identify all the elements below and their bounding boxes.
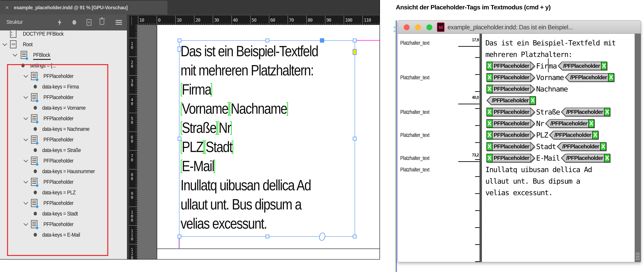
tag-x-badge: X xyxy=(486,119,492,128)
frame-handle-bottom-right[interactable] xyxy=(353,235,356,238)
open-tag-pill[interactable]: XPFPlaceholder xyxy=(486,131,535,139)
tree-element-row[interactable]: DOCTYPE PFBlock xyxy=(0,30,127,39)
tree-element-row[interactable]: PFPlaceholder xyxy=(0,92,127,102)
tree-attribute-row[interactable]: data-keys = PLZ xyxy=(0,187,127,198)
open-tag-pill[interactable]: XPFPlaceholder xyxy=(486,142,535,151)
paragraph-style-label: Platzhalter_text xyxy=(400,132,430,138)
minimize-button[interactable] xyxy=(415,24,421,30)
frame-handle-yellow[interactable] xyxy=(353,49,357,55)
document-text-segment: Stadt xyxy=(206,139,232,155)
close-tag-pill[interactable]: /PFPlaceholderX xyxy=(486,96,536,105)
document-tab[interactable]: × example_placeholder.indd @ 91 % [GPU-V… xyxy=(0,1,168,15)
open-tag-pill[interactable]: XPFPlaceholder xyxy=(486,119,535,128)
story-text-line: /PFPlaceholderX xyxy=(485,95,537,106)
close-tag-pill[interactable]: /PFPlaceholderX xyxy=(557,142,606,151)
story-editor-content[interactable]: Platzhalter_textPlatzhalter_textPlatzhal… xyxy=(398,34,641,262)
open-tag-pill[interactable]: XPFPlaceholder xyxy=(486,154,535,162)
frame-handle-mid-right[interactable] xyxy=(353,137,356,141)
add-box-icon[interactable]: + xyxy=(86,19,92,26)
depth-marker-value: 73,2 xyxy=(461,153,479,158)
tree-attribute-row[interactable]: settings = {... xyxy=(0,60,127,71)
tag-arrow-icon xyxy=(531,85,535,93)
story-text-segment: E-Mail xyxy=(536,154,560,162)
tree-attribute-row[interactable]: data-keys = Firma xyxy=(0,82,127,92)
chevron-down-icon[interactable] xyxy=(24,73,28,78)
tree-element-row[interactable]: <>Root xyxy=(0,39,127,49)
blue-diamond-badge xyxy=(36,78,38,81)
close-tag-pill[interactable]: /PFPlaceholderX xyxy=(545,119,594,128)
chevron-down-icon[interactable] xyxy=(24,158,28,162)
panel-splitter[interactable] xyxy=(127,15,129,259)
chevron-down-icon[interactable] xyxy=(24,137,28,141)
lightning-icon[interactable] xyxy=(56,19,63,26)
tree-element-row[interactable]: PFPlaceholder xyxy=(0,156,127,166)
tree-attribute-row[interactable]: data-keys = Stadt xyxy=(0,209,127,219)
document-text-line: PLZStadt xyxy=(180,137,234,157)
tree-attribute-row[interactable]: data-keys = E-Mail xyxy=(0,230,127,240)
chevron-down-icon[interactable] xyxy=(13,52,17,57)
tree-element-row[interactable]: PFPlaceholder xyxy=(0,71,127,81)
open-tag-pill[interactable]: XPFPlaceholder xyxy=(486,62,535,70)
chevron-down-icon[interactable] xyxy=(24,200,28,205)
tree-attribute-row[interactable]: data-keys = Hausnummer xyxy=(0,166,127,176)
chevron-down-icon[interactable] xyxy=(24,179,28,184)
chevron-down-icon[interactable] xyxy=(24,221,28,226)
tag-name-label: PFPlaceholder xyxy=(492,131,531,139)
splitter-dots xyxy=(131,17,132,25)
frame-handle-mid-left[interactable] xyxy=(178,137,181,141)
dot-icon[interactable] xyxy=(71,19,78,26)
tag-arrow-icon xyxy=(531,73,535,82)
tag-x-badge: X xyxy=(600,142,606,151)
chevron-down-icon[interactable] xyxy=(24,115,28,120)
close-tag-pill[interactable]: /PFPlaceholderX xyxy=(558,62,607,70)
tree-attribute-row[interactable]: data-keys = Nachname xyxy=(0,124,127,134)
text-frame[interactable]: Das ist ein Beispiel-Textfeldmit mehrere… xyxy=(179,40,355,237)
frame-handle-bottom-left[interactable] xyxy=(178,235,181,238)
frame-handle-top-left[interactable] xyxy=(178,39,181,42)
frame-handle-solid[interactable] xyxy=(320,38,324,43)
chevron-down-icon[interactable] xyxy=(2,41,7,46)
story-editor-titlebar[interactable]: Id example_placeholder.indd: Das ist ein… xyxy=(398,21,641,34)
frame-handle-top-right[interactable] xyxy=(353,39,356,42)
tree-element-row[interactable]: PFPlaceholder xyxy=(0,177,127,187)
story-text-line: XPFPlaceholderVorname/PFPlaceholderX xyxy=(485,72,615,83)
depth-tick xyxy=(475,57,480,58)
tree-item-label: data-keys = Firma xyxy=(42,84,79,90)
tree-element-row[interactable]: PFPlaceholder xyxy=(0,219,127,229)
frame-in-port[interactable] xyxy=(178,47,181,52)
document-text-line: Firma xyxy=(180,80,212,99)
tree-element-row[interactable]: PFPlaceholder xyxy=(0,134,127,145)
tree-element-row[interactable]: PFBlock xyxy=(0,50,127,60)
frame-out-port[interactable] xyxy=(318,232,326,241)
close-tag-pill[interactable]: /PFPlaceholderX xyxy=(561,108,610,116)
blue-diamond-badge xyxy=(36,99,38,102)
story-text-line: XPFPlaceholderNachname xyxy=(485,83,568,95)
zoom-button[interactable] xyxy=(426,24,432,30)
tree-attribute-row[interactable]: data-keys = Vorname xyxy=(0,103,127,113)
structure-tree: DOCTYPE PFBlock<>RootPFBlocksettings = {… xyxy=(0,30,127,259)
tree-element-row[interactable]: PFPlaceholder xyxy=(0,198,127,208)
close-icon[interactable]: × xyxy=(5,5,9,11)
close-tag-pill[interactable]: /PFPlaceholderX xyxy=(565,73,614,82)
tree-attribute-row[interactable]: data-keys = Straße xyxy=(0,145,127,155)
open-tag-pill[interactable]: XPFPlaceholder xyxy=(486,73,535,82)
chevron-down-icon[interactable] xyxy=(24,94,28,99)
frame-handle-bottom-mid[interactable] xyxy=(266,235,269,238)
open-tag-pill[interactable]: XPFPlaceholder xyxy=(486,85,535,93)
panel-menu-icon[interactable] xyxy=(115,19,122,26)
tree-item-label: data-keys = PLZ xyxy=(42,190,76,196)
scrollbar[interactable] xyxy=(635,34,641,262)
page-bottom-edge xyxy=(157,248,380,249)
element-icon xyxy=(31,199,38,207)
close-tag-pill[interactable]: /PFPlaceholderX xyxy=(561,154,610,162)
story-editor-title: example_placeholder.indd: Das ist ein Be… xyxy=(448,24,573,31)
horizontal-ruler: 100102030405060708090100110120 xyxy=(137,16,380,25)
tag-name-label: PFPlaceholder xyxy=(492,73,531,82)
trash-icon[interactable] xyxy=(98,19,106,26)
close-tag-pill[interactable]: /PFPlaceholderX xyxy=(549,131,598,139)
frame-handle-top-mid[interactable] xyxy=(266,39,269,42)
tree-element-row[interactable]: PFPlaceholder xyxy=(0,113,127,123)
open-tag-pill[interactable]: XPFPlaceholder xyxy=(486,108,535,116)
close-button[interactable] xyxy=(404,24,410,30)
ruler-major-tick xyxy=(213,16,213,25)
